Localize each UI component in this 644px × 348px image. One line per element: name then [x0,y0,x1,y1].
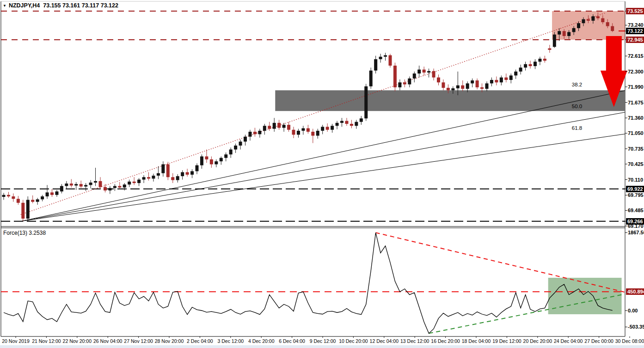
candlestick [398,82,401,87]
candlestick [495,80,498,82]
candlestick [514,72,517,76]
candlestick [548,49,551,50]
dropdown-arrow-icon[interactable]: ▼ [3,4,6,8]
candlestick [7,195,10,196]
candlestick [147,177,150,178]
candlestick [509,75,513,80]
candlestick [403,82,406,84]
candlestick [311,132,314,136]
candlestick [301,128,305,131]
convergence-zone [548,278,622,314]
force-falling-trendline [376,232,625,292]
candlestick [316,131,319,136]
candlestick [297,131,300,135]
candlestick [55,191,58,195]
candlestick [456,85,460,88]
candlestick [423,70,426,73]
candlestick [480,87,484,89]
candlestick [244,137,247,142]
candlestick [364,86,368,118]
candlestick [128,182,131,184]
candlestick [176,176,179,180]
candlestick [485,83,489,89]
candlestick [408,79,411,85]
candlestick [200,156,203,165]
candlestick [248,132,251,137]
candlestick [277,123,281,128]
candlestick [80,184,83,186]
candlestick [60,186,63,191]
candlestick [611,26,614,31]
candlestick [417,70,421,74]
candlestick [41,196,44,199]
force-index-line [4,232,613,333]
candlestick [152,176,155,178]
candlestick [142,177,146,179]
candlestick [190,171,194,174]
chart-canvas[interactable] [0,0,644,348]
candlestick [326,127,329,129]
candlestick [113,186,117,188]
candlestick [606,22,609,26]
candlestick [215,161,218,164]
candlestick [268,126,271,128]
candlestick [2,195,6,197]
candlestick [447,88,450,90]
candlestick [287,125,290,130]
candlestick [157,173,160,176]
candlestick [596,16,600,18]
candlestick [89,183,92,185]
symbol-title: ▼NZDJPY,H4 73.155 73.161 73.117 73.122 [3,2,118,9]
candlestick [321,127,324,131]
candlestick [118,186,121,187]
candlestick [601,18,604,22]
ohlc-values: 73.155 73.161 73.117 73.122 [43,2,118,9]
candlestick [558,31,561,34]
candlestick [99,181,102,187]
candlestick [543,59,546,61]
candlestick [432,71,435,78]
candlestick [442,82,445,88]
candlestick [355,122,358,126]
candlestick [12,196,15,199]
candlestick [384,55,387,57]
candlestick [26,200,30,219]
candlestick [210,159,213,165]
candlestick [108,188,111,190]
candlestick [292,130,295,135]
indicator-value: 3.2538 [29,230,46,236]
candlestick [50,192,54,195]
candlestick [70,183,73,185]
bottom-scroll-strip[interactable] [0,345,644,348]
candlestick [220,158,223,161]
resistance-zone [275,90,625,111]
candlestick [345,121,348,124]
candlestick [427,71,430,73]
candlestick [471,80,474,83]
candlestick [379,57,382,59]
candlestick [123,184,126,187]
candlestick [161,165,165,173]
candlestick [461,85,464,89]
candlestick [500,78,503,83]
candlestick [524,64,527,67]
candlestick [137,180,141,183]
candlestick [224,154,227,158]
candlestick [263,126,266,131]
panel-splitter[interactable] [0,226,625,228]
candlestick [166,165,170,177]
candlestick [21,203,25,219]
candlestick [181,172,184,177]
candlestick [466,83,469,89]
candlestick [476,80,479,87]
candlestick [65,183,68,186]
candlestick [437,78,440,83]
candlestick [490,80,493,83]
candlestick [84,185,87,186]
candlestick [563,31,566,36]
chart-window: ▼NZDJPY,H4 73.155 73.161 73.117 73.122 F… [0,0,644,348]
candlestick [133,182,136,183]
candlestick [389,55,392,66]
candlestick [340,121,343,123]
candlestick [582,19,585,24]
